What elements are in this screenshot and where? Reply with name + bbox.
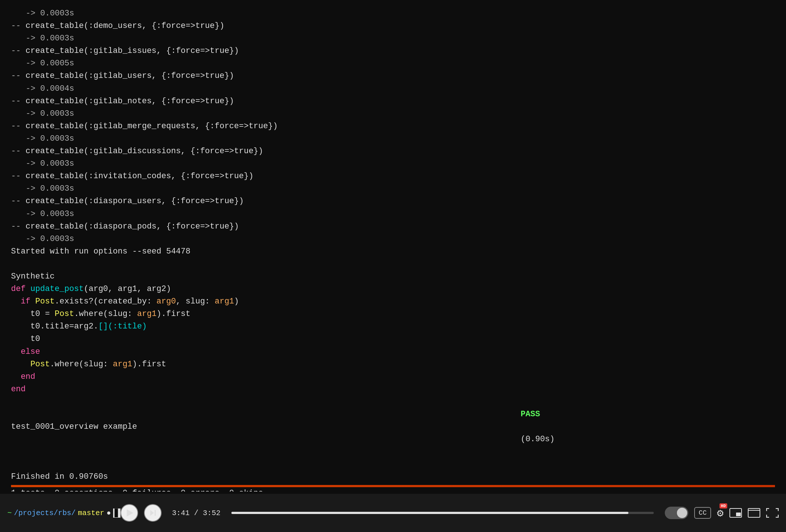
player-bar: ~ /projects/rbs/ master ● ▊ 3:41 / 3:52 …: [0, 494, 786, 532]
progress-fill: [231, 512, 628, 514]
code-post-where: Post.where(slug: arg1).first: [11, 358, 775, 371]
line-create-diaspora-users: -- create_table(:diaspora_users, {:force…: [11, 195, 775, 208]
line-timing-2: -> 0.0003s: [11, 32, 775, 45]
terminal-path: ~ /projects/rbs/ master ● ▊: [7, 508, 120, 518]
svg-rect-4: [748, 508, 760, 517]
line-create-gitlab-issues: -- create_table(:gitlab_issues, {:force=…: [11, 45, 775, 57]
pip-icon: [729, 508, 742, 518]
step-button[interactable]: [144, 504, 162, 522]
line-finished: Finished in 0.90760s: [11, 471, 775, 483]
theater-button[interactable]: [748, 508, 760, 518]
svg-marker-0: [150, 510, 154, 516]
theater-icon: [748, 508, 760, 518]
path-tilde: ~: [7, 509, 12, 517]
svg-rect-3: [736, 513, 741, 516]
code-else: else: [11, 346, 775, 358]
code-outer-end: end: [11, 383, 775, 396]
terminal-output: -> 0.0003s -- create_table(:demo_users, …: [0, 0, 786, 492]
fullscreen-icon: [766, 508, 779, 518]
line-timing-1: -> 0.0003s: [11, 7, 775, 20]
line-timing-7: -> 0.0003s: [11, 158, 775, 170]
line-timing-6: -> 0.0003s: [11, 133, 775, 145]
fullscreen-button[interactable]: [766, 508, 779, 518]
line-blank1: [11, 258, 775, 270]
line-summary: 1 tests, 0 assertions, 0 failures, 0 err…: [11, 487, 775, 492]
line-create-gitlab-merge: -- create_table(:gitlab_merge_requests, …: [11, 120, 775, 133]
code-t0-assign: t0 = Post.where(slug: arg1).first: [11, 308, 775, 320]
code-def: def update_post(arg0, arg1, arg2): [11, 283, 775, 295]
hd-badge: HD: [720, 503, 727, 508]
line-timing-3: -> 0.0005s: [11, 57, 775, 70]
code-if: if Post.exists?(created_by: arg0, slug: …: [11, 295, 775, 308]
path-branch: master: [78, 509, 104, 517]
path-cursor: ▊: [113, 508, 120, 518]
player-controls: 3:41 / 3:52: [120, 504, 657, 522]
progress-bar[interactable]: [231, 512, 654, 514]
line-timing-8: -> 0.0003s: [11, 183, 775, 195]
line-timing-5: -> 0.0003s: [11, 108, 775, 120]
path-dot: ●: [107, 509, 111, 517]
line-create-invitation: -- create_table(:invitation_codes, {:for…: [11, 170, 775, 183]
line-timing-10: -> 0.0003s: [11, 233, 775, 245]
line-synthetic: Synthetic: [11, 270, 775, 283]
svg-rect-1: [155, 510, 156, 516]
pip-button[interactable]: [729, 508, 742, 518]
step-forward-icon: [148, 508, 157, 517]
play-icon: [127, 509, 133, 517]
line-timing-9: -> 0.0003s: [11, 208, 775, 220]
settings-button[interactable]: ⚙ HD: [717, 506, 724, 520]
line-timing-4: -> 0.0004s: [11, 83, 775, 95]
line-create-gitlab-disc: -- create_table(:gitlab_discussions, {:f…: [11, 145, 775, 158]
line-create-demo-users: -- create_table(:demo_users, {:force=>tr…: [11, 20, 775, 32]
code-inner-end: end: [11, 371, 775, 383]
test-result-line: test_0001_overview example PASS (0.90s): [11, 396, 775, 458]
time-display: 3:41 / 3:52: [172, 509, 220, 517]
cc-button[interactable]: CC: [694, 507, 711, 519]
line-seed: Started with run options --seed 54478: [11, 245, 775, 258]
path-dir: /projects/rbs/: [14, 509, 76, 517]
line-create-gitlab-notes: -- create_table(:gitlab_notes, {:force=>…: [11, 95, 775, 108]
code-t0-title: t0.title=arg2.[](:title): [11, 320, 775, 333]
play-button[interactable]: [120, 504, 138, 522]
toggle-knob: [677, 508, 687, 518]
pause-toggle[interactable]: [665, 507, 688, 519]
line-blank2: [11, 458, 775, 471]
code-t0: t0: [11, 333, 775, 345]
line-create-diaspora-pods: -- create_table(:diaspora_pods, {:force=…: [11, 220, 775, 233]
line-create-gitlab-users: -- create_table(:gitlab_users, {:force=>…: [11, 70, 775, 82]
right-controls: CC ⚙ HD: [665, 506, 779, 520]
